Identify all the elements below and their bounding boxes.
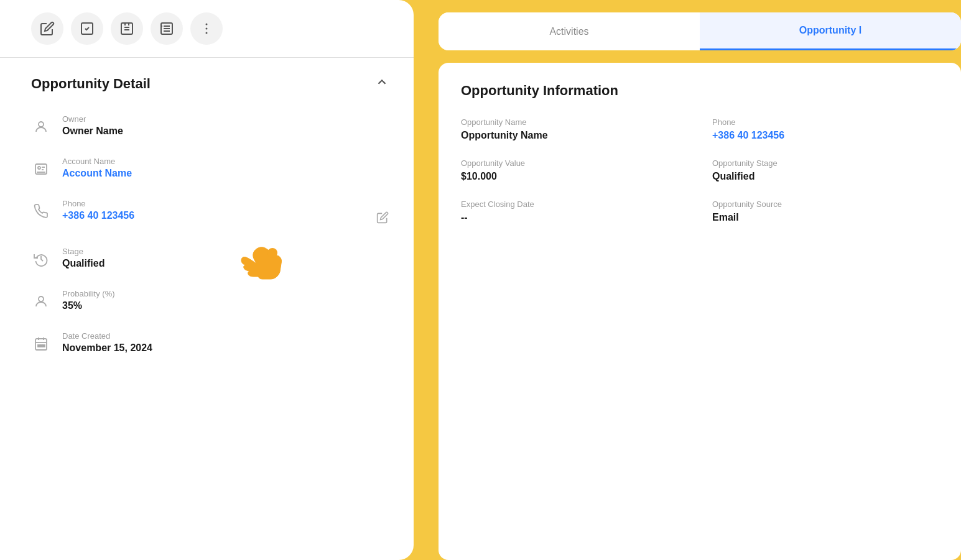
section-header: Opportunity Detail <box>0 58 414 104</box>
badge-icon <box>31 159 51 179</box>
stage-value: Qualified <box>62 258 389 269</box>
opp-name-label: Opportunity Name <box>461 117 687 127</box>
phone-icon <box>31 201 51 221</box>
list-button[interactable] <box>151 12 183 45</box>
opp-value-value: $10.000 <box>461 171 687 182</box>
probability-label: Probability (%) <box>62 289 389 298</box>
opp-closing-field: Expect Closing Date -- <box>461 200 687 223</box>
stage-field: Stage Qualified <box>31 237 389 279</box>
opp-phone-label: Phone <box>712 117 939 127</box>
phone-field: Phone +386 40 123456 <box>31 189 389 237</box>
account-name-label: Account Name <box>62 157 389 166</box>
opp-source-label: Opportunity Source <box>712 200 939 209</box>
opp-stage-label: Opportunity Stage <box>712 158 939 168</box>
opp-stage-value: Qualified <box>712 171 939 182</box>
section-title: Opportunity Detail <box>31 76 151 92</box>
svg-rect-22 <box>35 339 47 350</box>
history-icon <box>31 249 51 269</box>
opp-value-label: Opportunity Value <box>461 158 687 168</box>
right-panel: Activities Opportunity I Opportunity Inf… <box>414 0 961 560</box>
edit-button[interactable] <box>31 12 63 45</box>
owner-field: Owner Owner Name <box>31 104 389 147</box>
opp-phone-value[interactable]: +386 40 123456 <box>712 130 939 141</box>
toolbar <box>0 0 414 58</box>
svg-rect-27 <box>40 345 42 347</box>
svg-point-21 <box>39 296 44 301</box>
svg-point-14 <box>39 122 44 127</box>
probability-field: Probability (%) 35% <box>31 279 389 321</box>
opp-phone-field: Phone +386 40 123456 <box>712 117 939 141</box>
phone-label: Phone <box>62 199 365 208</box>
probability-content: Probability (%) 35% <box>62 289 389 311</box>
probability-value: 35% <box>62 300 389 311</box>
phone-value[interactable]: +386 40 123456 <box>62 210 365 221</box>
opp-name-field: Opportunity Name Opportunity Name <box>461 117 687 141</box>
owner-value: Owner Name <box>62 126 389 137</box>
svg-point-11 <box>206 24 208 25</box>
info-grid: Opportunity Name Opportunity Name Phone … <box>461 117 939 223</box>
owner-content: Owner Owner Name <box>62 114 389 137</box>
account-name-content: Account Name Account Name <box>62 157 389 179</box>
collapse-button[interactable] <box>375 75 389 92</box>
opp-source-value: Email <box>712 212 939 223</box>
more-button[interactable] <box>190 12 223 45</box>
tabs-container: Activities Opportunity I <box>439 12 961 50</box>
date-created-field: Date Created November 15, 2024 <box>31 321 389 364</box>
info-card: Opportunity Information Opportunity Name… <box>439 63 961 560</box>
svg-point-16 <box>38 167 40 169</box>
phone-content: Phone +386 40 123456 <box>62 199 365 221</box>
account-name-field: Account Name Account Name <box>31 147 389 189</box>
opp-source-field: Opportunity Source Email <box>712 200 939 223</box>
opp-stage-field: Opportunity Stage Qualified <box>712 158 939 182</box>
stage-content: Stage Qualified <box>62 247 389 269</box>
date-created-label: Date Created <box>62 331 389 341</box>
opp-name-value: Opportunity Name <box>461 130 687 141</box>
left-panel: Opportunity Detail Owner Owner Name <box>0 0 414 560</box>
date-created-content: Date Created November 15, 2024 <box>62 331 389 354</box>
date-created-value: November 15, 2024 <box>62 342 389 354</box>
opp-closing-value: -- <box>461 212 687 223</box>
detail-items: Owner Owner Name Account Name Account Na… <box>0 104 414 364</box>
owner-label: Owner <box>62 114 389 124</box>
info-card-title: Opportunity Information <box>461 83 939 99</box>
checklist-button[interactable] <box>71 12 103 45</box>
svg-point-13 <box>206 32 208 34</box>
phone-edit-button[interactable] <box>376 211 389 227</box>
stage-label: Stage <box>62 247 389 256</box>
opp-value-field: Opportunity Value $10.000 <box>461 158 687 182</box>
svg-rect-3 <box>121 23 132 34</box>
svg-point-12 <box>206 28 208 30</box>
probability-icon <box>31 291 51 311</box>
account-name-value[interactable]: Account Name <box>62 168 389 179</box>
calendar-icon <box>31 334 51 354</box>
tab-opportunity[interactable]: Opportunity I <box>700 12 961 50</box>
svg-rect-28 <box>43 345 45 347</box>
person-icon <box>31 117 51 137</box>
svg-rect-26 <box>38 345 40 347</box>
note-button[interactable] <box>111 12 143 45</box>
opp-closing-label: Expect Closing Date <box>461 200 687 209</box>
tab-activities[interactable]: Activities <box>439 12 700 50</box>
